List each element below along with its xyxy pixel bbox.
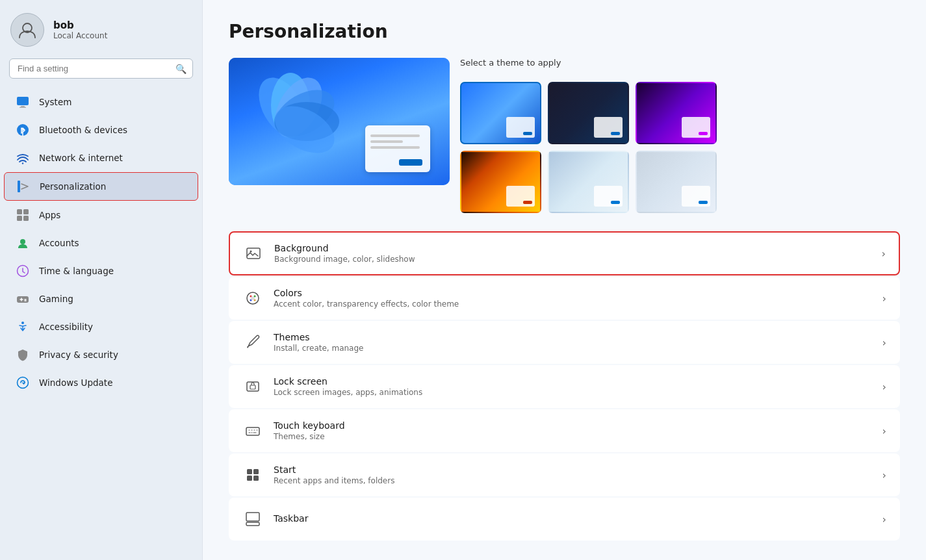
settings-item-title: Colors — [274, 288, 872, 298]
taskbar-icon — [242, 509, 263, 529]
svg-rect-9 — [17, 216, 22, 221]
monitor-icon — [16, 95, 30, 109]
search-input[interactable] — [9, 58, 193, 79]
settings-item-subtitle: Accent color, transparency effects, colo… — [274, 299, 872, 309]
page-title: Personalization — [229, 21, 900, 42]
settings-item-lockscreen[interactable]: Lock screen Lock screen images, apps, an… — [229, 365, 900, 408]
svg-rect-8 — [23, 209, 29, 214]
brush-icon — [242, 332, 263, 353]
lockscreen-icon — [242, 376, 263, 397]
theme-mini-window — [682, 186, 710, 207]
privacy-icon — [16, 348, 30, 362]
settings-item-taskbar[interactable]: Taskbar › — [229, 498, 900, 541]
main-content: Personalization — [203, 0, 926, 560]
theme-mini-btn — [699, 132, 708, 135]
chevron-right-icon: › — [882, 425, 886, 437]
network-icon — [16, 151, 30, 165]
preview-image — [229, 58, 450, 185]
svg-rect-1 — [17, 97, 29, 105]
sidebar-item-label: Accounts — [39, 238, 79, 248]
sidebar-item-label: Gaming — [39, 294, 73, 304]
preview-bg — [229, 58, 450, 185]
sidebar-item-label: Bluetooth & devices — [39, 125, 127, 135]
bluetooth-icon — [16, 123, 30, 137]
user-profile[interactable]: bob Local Account — [0, 0, 202, 55]
settings-item-text: Background Background image, color, slid… — [274, 243, 871, 264]
sidebar-item-network[interactable]: Network & internet — [4, 144, 198, 172]
svg-rect-3 — [19, 107, 26, 108]
theme-thumb-4[interactable] — [460, 151, 541, 213]
theme-thumb-5[interactable] — [548, 151, 629, 213]
theme-thumb-1[interactable] — [460, 82, 541, 144]
sidebar-item-gaming[interactable]: Gaming — [4, 285, 198, 312]
accessibility-icon — [16, 320, 30, 334]
theme-thumb-6[interactable] — [636, 151, 717, 213]
theme-mini-window — [594, 186, 623, 207]
preview-line — [370, 140, 403, 143]
chevron-right-icon: › — [882, 248, 886, 260]
themes-panel: Select a theme to apply — [460, 58, 900, 213]
svg-rect-31 — [250, 385, 255, 389]
update-icon — [16, 375, 30, 390]
settings-item-text: Taskbar — [274, 513, 872, 525]
svg-rect-7 — [17, 209, 22, 214]
settings-item-text: Start Recent apps and items, folders — [274, 465, 872, 485]
settings-item-title: Background — [274, 243, 871, 253]
search-container: 🔍 — [0, 55, 202, 88]
apps-icon — [16, 208, 30, 222]
settings-item-background[interactable]: Background Background image, color, slid… — [229, 231, 900, 275]
settings-item-title: Lock screen — [274, 376, 872, 387]
preview-window-lines — [370, 134, 425, 149]
sidebar-item-apps[interactable]: Apps — [4, 201, 198, 229]
theme-section-label: Select a theme to apply — [460, 58, 900, 68]
theme-row: Select a theme to apply — [229, 58, 900, 213]
svg-rect-30 — [247, 382, 259, 391]
sidebar-item-label: Privacy & security — [39, 350, 118, 360]
settings-item-title: Themes — [274, 332, 872, 342]
sidebar-item-accounts[interactable]: Accounts — [4, 229, 198, 257]
gaming-icon — [16, 292, 30, 306]
svg-rect-36 — [253, 476, 259, 481]
flower-icon — [242, 73, 339, 170]
chevron-right-icon: › — [882, 513, 886, 526]
theme-thumb-2[interactable] — [548, 82, 629, 144]
sidebar-item-privacy[interactable]: Privacy & security — [4, 341, 198, 368]
theme-thumb-3[interactable] — [636, 82, 717, 144]
svg-point-5 — [22, 162, 23, 164]
svg-point-23 — [250, 251, 252, 253]
settings-item-title: Taskbar — [274, 513, 872, 524]
avatar — [10, 13, 44, 47]
preview-line — [370, 134, 420, 137]
sidebar-item-label: Network & internet — [39, 153, 123, 163]
user-type: Local Account — [53, 31, 107, 40]
time-icon — [16, 264, 30, 278]
settings-item-subtitle: Recent apps and items, folders — [274, 476, 872, 485]
sidebar-item-system[interactable]: System — [4, 88, 198, 116]
svg-rect-35 — [247, 476, 252, 481]
sidebar-item-bluetooth[interactable]: Bluetooth & devices — [4, 116, 198, 144]
svg-rect-6 — [18, 181, 20, 192]
settings-list: Background Background image, color, slid… — [229, 231, 900, 541]
theme-mini-btn — [611, 132, 620, 135]
settings-item-colors[interactable]: Colors Accent color, transparency effect… — [229, 277, 900, 320]
theme-mini-window — [594, 117, 623, 138]
preview-btn — [399, 159, 422, 166]
settings-item-start[interactable]: Start Recent apps and items, folders › — [229, 453, 900, 496]
personalization-icon — [16, 179, 31, 194]
theme-mini-window — [506, 117, 535, 138]
sidebar-item-label: System — [39, 97, 71, 107]
palette-icon — [242, 288, 263, 309]
search-wrapper: 🔍 — [9, 58, 193, 79]
svg-rect-10 — [23, 216, 29, 221]
theme-mini-btn — [523, 201, 532, 204]
theme-mini-btn — [523, 132, 532, 135]
settings-item-touchkeyboard[interactable]: Touch keyboard Themes, size › — [229, 409, 900, 452]
settings-item-themes[interactable]: Themes Install, create, manage › — [229, 321, 900, 364]
sidebar-item-time[interactable]: Time & language — [4, 257, 198, 285]
preview-line — [370, 146, 420, 149]
sidebar-item-update[interactable]: Windows Update — [4, 369, 198, 396]
sidebar-item-accessibility[interactable]: Accessibility — [4, 313, 198, 340]
chevron-right-icon: › — [882, 292, 886, 305]
sidebar-item-personalization[interactable]: Personalization — [4, 172, 198, 201]
svg-rect-37 — [246, 522, 259, 526]
